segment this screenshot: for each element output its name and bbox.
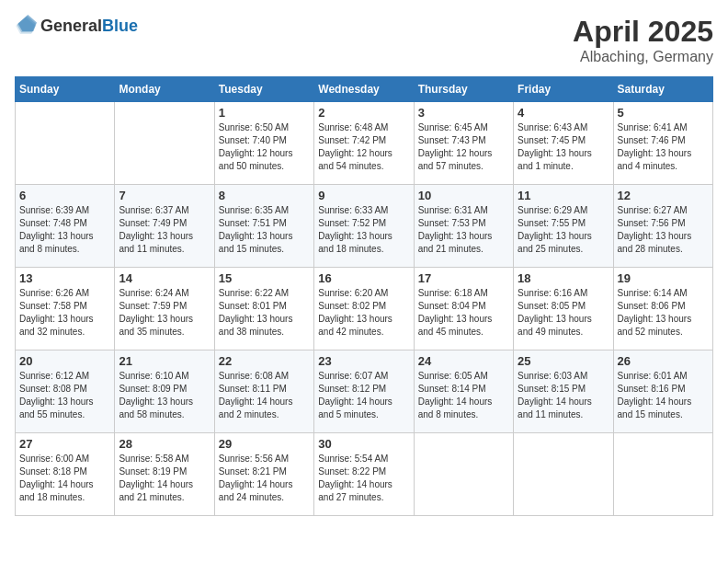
- day-info: Sunrise: 6:37 AM Sunset: 7:49 PM Dayligh…: [119, 204, 210, 256]
- col-sunday: Sunday: [16, 77, 115, 102]
- week-row-3: 13Sunrise: 6:26 AM Sunset: 7:58 PM Dayli…: [16, 268, 713, 350]
- day-cell: 1Sunrise: 6:50 AM Sunset: 7:40 PM Daylig…: [214, 102, 313, 185]
- day-info: Sunrise: 6:10 AM Sunset: 8:09 PM Dayligh…: [119, 370, 210, 421]
- day-number: 7: [119, 189, 210, 202]
- day-cell: 27Sunrise: 6:00 AM Sunset: 8:18 PM Dayli…: [16, 433, 115, 516]
- day-cell: 20Sunrise: 6:12 AM Sunset: 8:08 PM Dayli…: [16, 350, 115, 433]
- day-cell: 6Sunrise: 6:39 AM Sunset: 7:48 PM Daylig…: [16, 185, 115, 268]
- page-header: GeneralBlue April 2025 Albaching, German…: [15, 15, 713, 65]
- day-cell: 15Sunrise: 6:22 AM Sunset: 8:01 PM Dayli…: [214, 268, 313, 350]
- day-cell: 17Sunrise: 6:18 AM Sunset: 8:04 PM Dayli…: [414, 268, 513, 350]
- day-cell: [613, 433, 712, 516]
- day-number: 6: [19, 189, 110, 202]
- day-info: Sunrise: 6:03 AM Sunset: 8:15 PM Dayligh…: [518, 370, 609, 421]
- day-number: 18: [518, 271, 609, 285]
- day-info: Sunrise: 6:48 AM Sunset: 7:42 PM Dayligh…: [318, 121, 409, 173]
- col-friday: Friday: [514, 77, 613, 102]
- logo-blue: Blue: [102, 17, 138, 35]
- logo-wordmark: GeneralBlue: [40, 17, 138, 36]
- logo-general: General: [40, 17, 102, 35]
- day-number: 16: [318, 271, 409, 285]
- day-info: Sunrise: 6:33 AM Sunset: 7:52 PM Dayligh…: [318, 204, 409, 256]
- day-cell: 7Sunrise: 6:37 AM Sunset: 7:49 PM Daylig…: [115, 185, 214, 268]
- day-number: 13: [19, 271, 110, 285]
- day-cell: 24Sunrise: 6:05 AM Sunset: 8:14 PM Dayli…: [414, 350, 513, 433]
- day-number: 22: [219, 354, 310, 368]
- day-info: Sunrise: 6:05 AM Sunset: 8:14 PM Dayligh…: [418, 370, 509, 421]
- day-info: Sunrise: 5:54 AM Sunset: 8:22 PM Dayligh…: [318, 453, 409, 504]
- day-number: 19: [618, 271, 709, 285]
- day-number: 30: [318, 437, 409, 451]
- calendar-table: Sunday Monday Tuesday Wednesday Thursday…: [15, 76, 713, 516]
- day-number: 23: [318, 354, 409, 368]
- logo: GeneralBlue: [15, 15, 138, 37]
- day-cell: 22Sunrise: 6:08 AM Sunset: 8:11 PM Dayli…: [214, 350, 313, 433]
- week-row-1: 1Sunrise: 6:50 AM Sunset: 7:40 PM Daylig…: [16, 102, 713, 185]
- month-title: April 2025: [573, 15, 713, 49]
- day-cell: 3Sunrise: 6:45 AM Sunset: 7:43 PM Daylig…: [414, 102, 513, 185]
- day-info: Sunrise: 6:20 AM Sunset: 8:02 PM Dayligh…: [318, 287, 409, 339]
- day-cell: 16Sunrise: 6:20 AM Sunset: 8:02 PM Dayli…: [314, 268, 414, 350]
- day-cell: 11Sunrise: 6:29 AM Sunset: 7:55 PM Dayli…: [514, 185, 613, 268]
- day-number: 20: [19, 354, 110, 368]
- day-number: 9: [318, 189, 409, 202]
- day-cell: 28Sunrise: 5:58 AM Sunset: 8:19 PM Dayli…: [115, 433, 214, 516]
- day-info: Sunrise: 6:22 AM Sunset: 8:01 PM Dayligh…: [219, 287, 310, 339]
- day-cell: 30Sunrise: 5:54 AM Sunset: 8:22 PM Dayli…: [314, 433, 414, 516]
- day-number: 15: [219, 271, 310, 285]
- calendar-body: 1Sunrise: 6:50 AM Sunset: 7:40 PM Daylig…: [16, 102, 713, 516]
- week-row-4: 20Sunrise: 6:12 AM Sunset: 8:08 PM Dayli…: [16, 350, 713, 433]
- day-info: Sunrise: 6:27 AM Sunset: 7:56 PM Dayligh…: [618, 204, 709, 256]
- day-number: 28: [119, 437, 210, 451]
- day-cell: 14Sunrise: 6:24 AM Sunset: 7:59 PM Dayli…: [115, 268, 214, 350]
- day-cell: 19Sunrise: 6:14 AM Sunset: 8:06 PM Dayli…: [613, 268, 712, 350]
- week-row-5: 27Sunrise: 6:00 AM Sunset: 8:18 PM Dayli…: [16, 433, 713, 516]
- day-info: Sunrise: 6:50 AM Sunset: 7:40 PM Dayligh…: [219, 121, 310, 173]
- day-info: Sunrise: 6:01 AM Sunset: 8:16 PM Dayligh…: [618, 370, 709, 421]
- day-number: 10: [418, 189, 509, 202]
- day-info: Sunrise: 6:43 AM Sunset: 7:45 PM Dayligh…: [518, 121, 609, 173]
- day-number: 14: [119, 271, 210, 285]
- day-cell: 2Sunrise: 6:48 AM Sunset: 7:42 PM Daylig…: [314, 102, 414, 185]
- col-tuesday: Tuesday: [214, 77, 313, 102]
- day-number: 8: [219, 189, 310, 202]
- day-number: 4: [518, 106, 609, 120]
- day-info: Sunrise: 6:16 AM Sunset: 8:05 PM Dayligh…: [518, 287, 609, 339]
- day-cell: 10Sunrise: 6:31 AM Sunset: 7:53 PM Dayli…: [414, 185, 513, 268]
- day-info: Sunrise: 6:24 AM Sunset: 7:59 PM Dayligh…: [119, 287, 210, 339]
- day-info: Sunrise: 6:18 AM Sunset: 8:04 PM Dayligh…: [418, 287, 509, 339]
- day-info: Sunrise: 6:12 AM Sunset: 8:08 PM Dayligh…: [19, 370, 110, 421]
- day-info: Sunrise: 6:39 AM Sunset: 7:48 PM Dayligh…: [19, 204, 110, 256]
- day-number: 3: [418, 106, 509, 120]
- day-number: 11: [518, 189, 609, 202]
- day-info: Sunrise: 5:58 AM Sunset: 8:19 PM Dayligh…: [119, 453, 210, 504]
- day-cell: 12Sunrise: 6:27 AM Sunset: 7:56 PM Dayli…: [613, 185, 712, 268]
- day-info: Sunrise: 6:14 AM Sunset: 8:06 PM Dayligh…: [618, 287, 709, 339]
- day-number: 25: [518, 354, 609, 368]
- day-number: 12: [618, 189, 709, 202]
- day-cell: 18Sunrise: 6:16 AM Sunset: 8:05 PM Dayli…: [514, 268, 613, 350]
- day-info: Sunrise: 5:56 AM Sunset: 8:21 PM Dayligh…: [219, 453, 310, 504]
- day-cell: 26Sunrise: 6:01 AM Sunset: 8:16 PM Dayli…: [613, 350, 712, 433]
- day-number: 21: [119, 354, 210, 368]
- calendar-header: Sunday Monday Tuesday Wednesday Thursday…: [16, 77, 713, 102]
- day-info: Sunrise: 6:26 AM Sunset: 7:58 PM Dayligh…: [19, 287, 110, 339]
- day-cell: 23Sunrise: 6:07 AM Sunset: 8:12 PM Dayli…: [314, 350, 414, 433]
- day-cell: 8Sunrise: 6:35 AM Sunset: 7:51 PM Daylig…: [214, 185, 313, 268]
- day-number: 26: [618, 354, 709, 368]
- day-cell: [514, 433, 613, 516]
- day-number: 24: [418, 354, 509, 368]
- day-cell: 21Sunrise: 6:10 AM Sunset: 8:09 PM Dayli…: [115, 350, 214, 433]
- day-info: Sunrise: 6:45 AM Sunset: 7:43 PM Dayligh…: [418, 121, 509, 173]
- day-cell: 9Sunrise: 6:33 AM Sunset: 7:52 PM Daylig…: [314, 185, 414, 268]
- day-number: 17: [418, 271, 509, 285]
- day-number: 29: [219, 437, 310, 451]
- location-title: Albaching, Germany: [573, 49, 713, 65]
- day-cell: 25Sunrise: 6:03 AM Sunset: 8:15 PM Dayli…: [514, 350, 613, 433]
- col-wednesday: Wednesday: [314, 77, 414, 102]
- title-block: April 2025 Albaching, Germany: [573, 15, 713, 65]
- day-info: Sunrise: 6:00 AM Sunset: 8:18 PM Dayligh…: [19, 453, 110, 504]
- day-number: 2: [318, 106, 409, 120]
- logo-icon: [15, 15, 37, 37]
- day-cell: [16, 102, 115, 185]
